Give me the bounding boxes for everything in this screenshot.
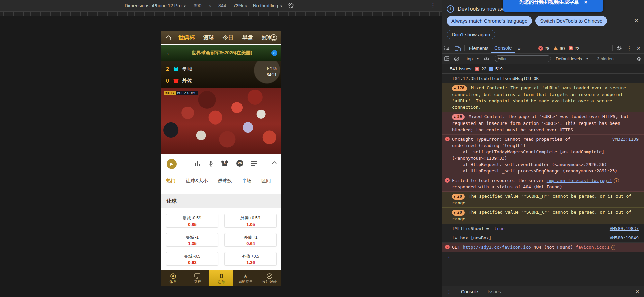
- issues-bar[interactable]: 541 Issues: ✕ 22 ≡ 519: [442, 64, 644, 74]
- console-prompt[interactable]: ›: [442, 252, 644, 262]
- head-to-head-vs-icon[interactable]: vs: [236, 160, 243, 167]
- dimensions-select[interactable]: Dimensions: iPhone 12 Pro▼: [125, 3, 186, 8]
- drawer-close-icon[interactable]: ✕: [635, 289, 639, 294]
- console-settings-gear-icon[interactable]: [636, 56, 641, 61]
- throttling-select[interactable]: No throttling▼: [253, 3, 283, 8]
- odds-button[interactable]: 外傣 +1 0.64: [224, 233, 277, 247]
- console-sidebar-icon[interactable]: [444, 56, 449, 61]
- repeat-count-badge[interactable]: ▶178: [452, 85, 467, 91]
- odds-button[interactable]: 曼城 -1 1.35: [166, 233, 218, 247]
- expand-triangle-icon: ▶: [454, 87, 456, 90]
- divider: [612, 45, 613, 51]
- lineup-jersey-icon[interactable]: 8: [221, 160, 228, 167]
- dont-show-again-button[interactable]: Don't show again: [447, 30, 495, 39]
- tab-elements[interactable]: Elements: [466, 44, 491, 53]
- resource-link[interactable]: img_ann_forecast_tw.jpg:1: [547, 178, 612, 183]
- devtools-close-icon[interactable]: ✕: [636, 45, 641, 51]
- market-tab-half[interactable]: 半场: [242, 178, 251, 184]
- url-link[interactable]: http://sdy1.cc/favicon.ico: [463, 245, 531, 250]
- nav-item-bet-records[interactable]: 投注记录: [257, 270, 281, 286]
- commentary-mic-icon[interactable]: [208, 160, 213, 167]
- repeat-count-badge[interactable]: ▶20: [452, 194, 465, 200]
- nav-item-schedule[interactable]: 赛程: [185, 270, 210, 286]
- repeat-count-badge[interactable]: ▶89: [452, 114, 465, 120]
- live-expression-eye-icon[interactable]: [484, 57, 489, 61]
- initiator-chain-icon[interactable]: ↕: [611, 245, 616, 250]
- error-count-chip[interactable]: ✕28: [538, 46, 549, 51]
- warning-text: The specified value "*SCORE_C*" cannot b…: [452, 210, 634, 221]
- section-title: 让球: [167, 198, 177, 204]
- tooltip-close-icon[interactable]: ✕: [584, 0, 588, 5]
- source-link[interactable]: VM580:19849: [610, 235, 639, 241]
- app-tab-list: 世俱杯 滚球 今日 早盘 冠军: [178, 34, 272, 41]
- more-tabs-icon[interactable]: »: [515, 44, 524, 53]
- width-input[interactable]: 390: [192, 3, 203, 8]
- app-tab-live[interactable]: 滚球: [203, 34, 214, 41]
- console-warning-row[interactable]: ▶20The specified value "*SCORE_C*" canno…: [442, 208, 644, 224]
- zoom-select[interactable]: 73%▼: [233, 3, 248, 8]
- play-icon[interactable]: ▶: [167, 159, 177, 169]
- console-filter-input[interactable]: Filter: [495, 55, 551, 62]
- nav-item-my-events[interactable]: ★ 我的赛事: [233, 270, 258, 286]
- collapse-chevron-icon[interactable]: [272, 161, 277, 164]
- bet-list-icon[interactable]: [251, 161, 257, 166]
- device-toolbar-more-icon[interactable]: ⋮: [430, 2, 436, 8]
- source-link[interactable]: VM580:19837: [610, 225, 639, 232]
- console-error-row[interactable]: ✕ GET http://sdy1.cc/favicon.ico 404 (No…: [442, 243, 644, 252]
- odds-button[interactable]: 外傣 +0.5/1 1.05: [224, 214, 277, 228]
- nav-item-sports[interactable]: 体育: [161, 270, 185, 286]
- switch-to-chinese-button[interactable]: Switch DevTools to Chinese: [535, 16, 607, 26]
- repeat-count-badge[interactable]: ▶20: [452, 210, 465, 216]
- dimensions-times-label: ×: [209, 3, 211, 8]
- height-input[interactable]: 844: [217, 3, 228, 8]
- live-video[interactable]: 64:17 MCI 2 0 WAC: [161, 88, 281, 154]
- devtools-more-icon[interactable]: ⋮: [627, 45, 632, 51]
- initiator-chain-icon[interactable]: ↕: [614, 178, 619, 183]
- console-error-row[interactable]: ✕ VM323:1139 Uncaught TypeError: Cannot …: [442, 135, 644, 176]
- drawer-tab-console[interactable]: Console: [456, 289, 483, 294]
- javascript-context-select[interactable]: top▼: [465, 56, 481, 61]
- device-toolbar-controls: Dimensions: iPhone 12 Pro▼ 390 × 844 73%…: [125, 0, 294, 11]
- market-tab-handicap[interactable]: 让球&大小: [186, 178, 208, 184]
- notification-close-icon[interactable]: ✕: [634, 17, 639, 24]
- odds-button[interactable]: 外傣 +0.5 1.36: [224, 252, 277, 266]
- toggle-device-toolbar-icon[interactable]: [455, 46, 461, 51]
- app-tab-club-cup[interactable]: 世俱杯: [178, 34, 195, 41]
- issues-count-chip[interactable]: ✕22: [569, 46, 579, 51]
- app-tab-today[interactable]: 今日: [223, 34, 233, 41]
- console-error-row[interactable]: ▶89Mixed Content: The page at '<URL>' wa…: [442, 112, 644, 135]
- console-log-row[interactable]: VM580:19849 tv_box [nowBox]: [442, 233, 644, 243]
- clear-console-icon[interactable]: [454, 56, 459, 61]
- expand-triangle-icon: ▶: [454, 115, 456, 119]
- source-link[interactable]: favicon.ico:1: [576, 245, 610, 250]
- settings-gear-icon[interactable]: [616, 46, 622, 51]
- log-levels-select[interactable]: Default levels▼: [554, 56, 591, 61]
- inspect-element-icon[interactable]: [444, 46, 450, 51]
- always-match-language-button[interactable]: Always match Chrome's language: [447, 16, 532, 26]
- home-team-name: 曼城: [182, 66, 192, 72]
- source-link[interactable]: VM323:1139: [612, 136, 639, 142]
- profile-avatar-icon[interactable]: [270, 34, 277, 41]
- console-log-row[interactable]: VM580:19837 [MT][isShow] = true: [442, 224, 644, 233]
- stats-bar-chart-icon[interactable]: [194, 160, 200, 166]
- console-log-row[interactable]: [01:12:35][sub][cu][sendMsg]CU_OK: [442, 74, 644, 83]
- market-tab-goals[interactable]: 进球数: [218, 178, 232, 184]
- odds-button[interactable]: 曼城 -0.5/1 0.85: [166, 214, 218, 228]
- match-info-badge[interactable]: 8: [271, 50, 277, 56]
- home-icon[interactable]: [166, 35, 172, 41]
- market-tab-interval[interactable]: 区间: [261, 178, 271, 184]
- warning-count-chip[interactable]: 90: [553, 46, 565, 51]
- market-tab-corner[interactable]: 角球: [281, 178, 281, 184]
- console-error-row[interactable]: ✕ Failed to load resource: the server im…: [442, 176, 644, 192]
- rotate-device-icon[interactable]: [288, 3, 294, 9]
- console-warning-row[interactable]: ▶20The specified value "*SCORE_H*" canno…: [442, 192, 644, 208]
- nav-item-betslip[interactable]: 0 注单: [209, 270, 233, 286]
- console-warning-row[interactable]: ▶178Mixed Content: The page at '<URL>' w…: [442, 83, 644, 112]
- tab-console[interactable]: Console: [491, 44, 515, 53]
- app-tab-early[interactable]: 早盘: [242, 34, 253, 41]
- drawer-tab-issues[interactable]: Issues: [483, 289, 505, 294]
- market-tab-hot[interactable]: 热门: [166, 178, 176, 184]
- back-arrow-icon[interactable]: ←: [166, 49, 172, 57]
- drawer-more-icon[interactable]: ⋮: [447, 289, 451, 294]
- odds-button[interactable]: 曼城 -0.5 0.63: [166, 252, 218, 266]
